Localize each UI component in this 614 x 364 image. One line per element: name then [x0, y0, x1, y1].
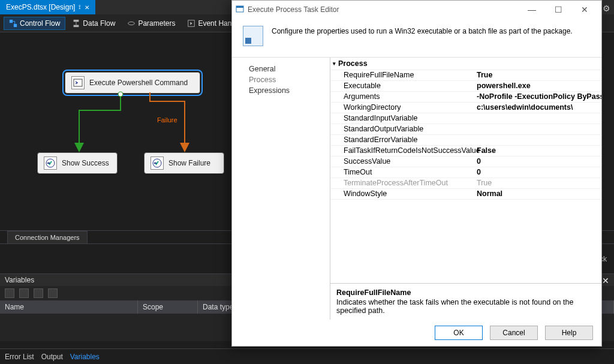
ok-button[interactable]: OK	[435, 326, 483, 340]
prop-key: Executable	[330, 81, 474, 91]
tab-error-list[interactable]: Error List	[5, 353, 34, 361]
prop-key: WorkingDirectory	[330, 103, 474, 113]
move-variable-button[interactable]	[34, 288, 43, 298]
execute-process-task-editor-dialog: Execute Process Task Editor — ☐ ✕ Config…	[231, 0, 602, 347]
chevron-down-icon[interactable]: ▾	[333, 61, 336, 67]
prop-row-stdout[interactable]: StandardOutputVariable	[330, 124, 601, 135]
dialog-footer: OK Cancel Help	[232, 320, 601, 346]
document-tab-label: ExecPS.dtsx [Design]	[6, 3, 75, 11]
nav-process[interactable]: Process	[249, 74, 321, 85]
cancel-label: Cancel	[502, 329, 525, 337]
dialog-titlebar[interactable]: Execute Process Task Editor — ☐ ✕	[232, 1, 601, 19]
help-button[interactable]: Help	[545, 326, 593, 340]
close-panel-icon[interactable]: ✕	[602, 276, 609, 285]
close-icon[interactable]: ✕	[85, 4, 89, 11]
tab-data-flow[interactable]: Data Flow	[67, 17, 121, 30]
prop-value[interactable]	[474, 113, 601, 124]
prop-key: WindowStyle	[330, 189, 474, 199]
prop-value[interactable]: Normal	[474, 189, 601, 199]
prop-row-executable[interactable]: Executable powershell.exe	[330, 81, 601, 92]
cancel-button[interactable]: Cancel	[490, 326, 538, 340]
variables-col-name[interactable]: Name	[0, 300, 138, 314]
tab-variables[interactable]: Variables	[70, 353, 100, 361]
prop-key: FailTaskIfReturnCodeIsNotSuccessValue	[330, 146, 474, 156]
tab-parameters[interactable]: Parameters	[122, 17, 180, 30]
connection-managers-title: Connection Managers	[15, 234, 80, 241]
prop-row-workingdirectory[interactable]: WorkingDirectory c:\users\edwin\document…	[330, 103, 601, 113]
prop-value[interactable]: c:\users\edwin\documents\	[474, 103, 601, 113]
dialog-title: Execute Process Task Editor	[248, 5, 339, 14]
data-flow-icon	[72, 19, 80, 28]
prop-value[interactable]: False	[474, 146, 601, 156]
nav-general[interactable]: General	[249, 64, 321, 74]
constraint-failure-label: Failure	[157, 116, 177, 124]
prop-row-failtask[interactable]: FailTaskIfReturnCodeIsNotSuccessValue Fa…	[330, 146, 601, 157]
prop-row-successvalue[interactable]: SuccessValue 0	[330, 157, 601, 167]
connectors	[0, 32, 231, 230]
script-failure-icon	[151, 157, 164, 170]
prop-row-stderr[interactable]: StandardErrorVariable	[330, 135, 601, 146]
prop-key: StandardOutputVariable	[330, 124, 474, 134]
prop-value[interactable]	[474, 124, 601, 134]
prop-value[interactable]: 0	[474, 167, 601, 178]
dialog-description: Configure the properties used to run a W…	[272, 26, 573, 35]
prop-key: SuccessValue	[330, 157, 474, 167]
prop-key: RequireFullFileName	[330, 70, 474, 80]
tab-output[interactable]: Output	[41, 353, 63, 361]
svg-rect-1	[14, 23, 17, 26]
gear-icon[interactable]: ⚙	[603, 4, 610, 13]
help-label: Help	[562, 329, 577, 337]
prop-value[interactable]: True	[474, 70, 601, 80]
tab-control-flow[interactable]: Control Flow	[4, 17, 65, 30]
prop-row-arguments[interactable]: Arguments -NoProfile -ExecutionPolicy By…	[330, 92, 601, 103]
delete-variable-button[interactable]	[19, 288, 29, 298]
execute-process-icon	[71, 76, 85, 89]
toolbar-label: Parameters	[138, 19, 175, 28]
prop-key: Arguments	[330, 92, 474, 102]
toolbar-label: Data Flow	[83, 19, 115, 28]
prop-row-stdin[interactable]: StandardInputVariable	[330, 113, 601, 124]
grid-options-button[interactable]	[48, 288, 58, 298]
prop-key: StandardErrorVariable	[330, 135, 474, 145]
maximize-button[interactable]: ☐	[545, 1, 571, 18]
variables-col-scope[interactable]: Scope	[138, 300, 198, 314]
property-grid[interactable]: ▾ Process RequireFullFileName True Execu…	[330, 58, 601, 284]
task-show-success[interactable]: Show Success	[37, 152, 118, 174]
property-description-pane: RequireFullFileName Indicates whether th…	[330, 284, 601, 320]
dialog-header-icon	[243, 26, 263, 46]
task-execute-powershell[interactable]: Execute Powershell Command	[65, 72, 200, 94]
svg-point-4	[128, 22, 135, 25]
event-handlers-icon	[187, 19, 195, 28]
svg-rect-3	[74, 25, 79, 27]
task-label: Execute Powershell Command	[89, 79, 188, 87]
pin-icon[interactable]: ⟟	[79, 4, 81, 11]
prop-row-timeout[interactable]: TimeOut 0	[330, 167, 601, 178]
minimize-button[interactable]: —	[519, 1, 545, 18]
dialog-header: Configure the properties used to run a W…	[232, 19, 601, 58]
add-variable-button[interactable]	[5, 288, 14, 298]
document-tab[interactable]: ExecPS.dtsx [Design] ⟟ ✕	[0, 0, 95, 14]
prop-value: True	[474, 178, 601, 188]
ok-label: OK	[453, 329, 463, 337]
prop-value[interactable]: -NoProfile -ExecutionPolicy ByPass -Comm…	[474, 92, 601, 102]
prop-row-windowstyle[interactable]: WindowStyle Normal	[330, 189, 601, 200]
task-label: Show Failure	[168, 159, 210, 167]
script-success-icon	[44, 157, 57, 170]
connection-managers-tab[interactable]: Connection Managers	[7, 231, 88, 243]
property-description-text: Indicates whether the task fails when th…	[336, 298, 595, 315]
dialog-main: ▾ Process RequireFullFileName True Execu…	[330, 58, 601, 320]
prop-value[interactable]: 0	[474, 157, 601, 167]
svg-rect-12	[236, 6, 243, 8]
property-category-label: Process	[338, 59, 368, 68]
prop-value[interactable]: powershell.exe	[474, 81, 601, 91]
prop-row-terminate[interactable]: TerminateProcessAfterTimeOut True	[330, 178, 601, 189]
property-category[interactable]: ▾ Process	[330, 58, 601, 70]
close-button[interactable]: ✕	[571, 1, 598, 18]
task-show-failure[interactable]: Show Failure	[144, 152, 224, 174]
window-icon	[236, 5, 244, 15]
nav-expressions[interactable]: Expressions	[249, 85, 321, 96]
status-tabs: Error List Output Variables	[0, 348, 614, 364]
prop-value[interactable]	[474, 135, 601, 145]
property-description-title: RequireFullFileName	[336, 288, 595, 297]
prop-row-requirefullfilename[interactable]: RequireFullFileName True	[330, 70, 601, 81]
